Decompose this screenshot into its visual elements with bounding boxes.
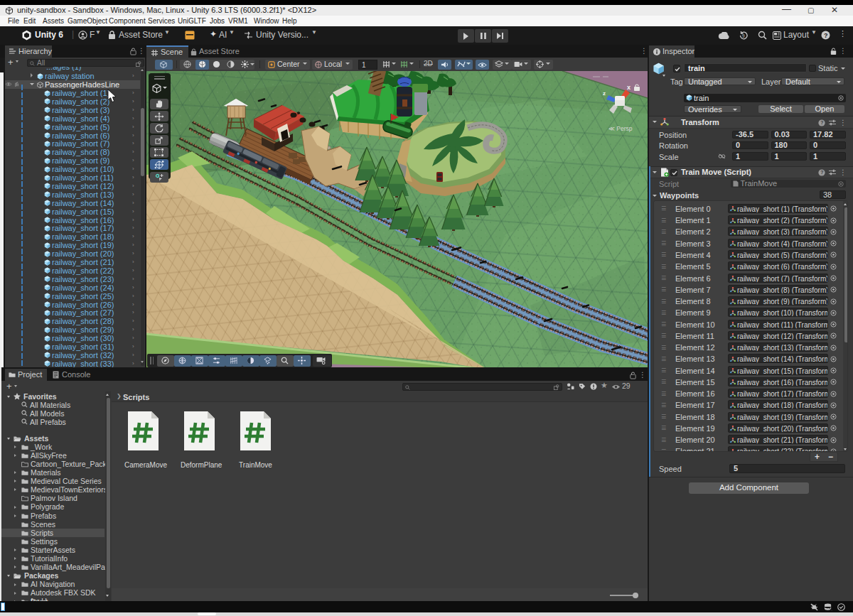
svg-text:≪ Persp: ≪ Persp — [608, 125, 633, 132]
svg-text:?: ? — [820, 120, 823, 125]
svg-text:?: ? — [824, 32, 828, 39]
svg-text:?: ? — [820, 170, 823, 175]
svg-text:x: x — [627, 84, 631, 91]
svg-text:9: 9 — [742, 33, 745, 38]
svg-text:z: z — [603, 90, 606, 97]
